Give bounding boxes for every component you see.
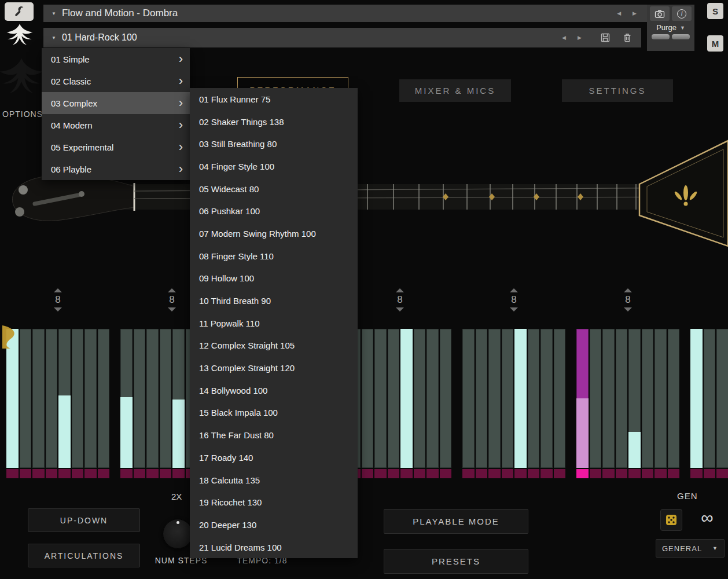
velocity-strip[interactable] bbox=[32, 469, 45, 478]
collapse-caret-icon[interactable]: ▼ bbox=[52, 11, 56, 16]
step-bar[interactable] bbox=[146, 329, 159, 478]
menu-preset-item[interactable]: 20 Deeper 130 bbox=[190, 514, 358, 536]
velocity-strip[interactable] bbox=[440, 469, 452, 478]
steps-up-button[interactable] bbox=[54, 288, 62, 292]
step-bar[interactable] bbox=[120, 329, 133, 478]
velocity-strip[interactable] bbox=[616, 469, 628, 478]
velocity-strip[interactable] bbox=[388, 469, 400, 478]
step-bar[interactable] bbox=[668, 329, 680, 478]
velocity-strip[interactable] bbox=[690, 469, 703, 478]
steps-down-button[interactable] bbox=[396, 307, 404, 312]
step-bar[interactable] bbox=[440, 329, 452, 478]
menu-preset-item[interactable]: 17 Roady 140 bbox=[190, 446, 358, 469]
wrench-tool-button[interactable] bbox=[5, 2, 34, 21]
menu-preset-item[interactable]: 06 Pushkar 100 bbox=[190, 200, 358, 222]
velocity-strip[interactable] bbox=[120, 469, 133, 478]
snapshot-camera-button[interactable] bbox=[650, 6, 670, 21]
steps-up-button[interactable] bbox=[396, 288, 404, 292]
velocity-strip[interactable] bbox=[476, 469, 488, 478]
velocity-strip[interactable] bbox=[72, 469, 84, 478]
step-bar[interactable] bbox=[704, 329, 716, 478]
presets-button[interactable]: PRESETS bbox=[384, 549, 528, 574]
tab-mixer-mics[interactable]: MIXER & MICS bbox=[399, 79, 511, 102]
velocity-strip[interactable] bbox=[462, 469, 475, 478]
step-bar[interactable] bbox=[400, 329, 413, 478]
velocity-strip[interactable] bbox=[554, 469, 566, 478]
menu-preset-item[interactable]: 12 Complex Straight 105 bbox=[190, 335, 358, 357]
menu-preset-item[interactable]: 08 Finger Style 110 bbox=[190, 245, 358, 267]
step-bar[interactable] bbox=[32, 329, 45, 478]
snapshot-bar[interactable]: ▼ 01 Hard-Rock 100 ◀ ▶ bbox=[43, 28, 641, 47]
velocity-strip[interactable] bbox=[502, 469, 514, 478]
velocity-strip[interactable] bbox=[374, 469, 387, 478]
velocity-strip[interactable] bbox=[172, 469, 185, 478]
prev-snapshot-button[interactable]: ◀ bbox=[558, 33, 569, 42]
steps-down-button[interactable] bbox=[624, 307, 632, 312]
velocity-strip[interactable] bbox=[98, 469, 110, 478]
menu-preset-item[interactable]: 02 Shaker Things 138 bbox=[190, 111, 358, 133]
step-bar[interactable] bbox=[172, 329, 185, 478]
up-down-button[interactable]: UP-DOWN bbox=[28, 508, 140, 532]
menu-preset-item[interactable]: 11 Popwalk 110 bbox=[190, 312, 358, 335]
solo-button[interactable]: S bbox=[707, 3, 723, 19]
step-bar[interactable] bbox=[602, 329, 615, 478]
menu-preset-item[interactable]: 18 Calcutta 135 bbox=[190, 469, 358, 492]
step-bar[interactable] bbox=[414, 329, 426, 478]
steps-down-button[interactable] bbox=[54, 307, 62, 312]
save-snapshot-button[interactable] bbox=[598, 31, 613, 45]
step-bar[interactable] bbox=[58, 329, 71, 478]
step-bar[interactable] bbox=[716, 329, 728, 478]
menu-preset-item[interactable]: 10 Third Breath 90 bbox=[190, 290, 358, 312]
velocity-strip[interactable] bbox=[541, 469, 553, 478]
velocity-strip[interactable] bbox=[602, 469, 615, 478]
velocity-strip[interactable] bbox=[414, 469, 426, 478]
mute-button[interactable]: M bbox=[707, 35, 723, 52]
step-bar[interactable] bbox=[98, 329, 110, 478]
step-bar[interactable] bbox=[84, 329, 97, 478]
step-bar[interactable] bbox=[362, 329, 374, 478]
velocity-strip[interactable] bbox=[590, 469, 602, 478]
velocity-strip[interactable] bbox=[642, 469, 654, 478]
step-bar[interactable] bbox=[134, 329, 146, 478]
velocity-strip[interactable] bbox=[514, 469, 527, 478]
step-bar[interactable] bbox=[388, 329, 400, 478]
infinity-loop-button[interactable]: ∞ bbox=[694, 505, 720, 530]
step-bar[interactable] bbox=[160, 329, 172, 478]
menu-preset-item[interactable]: 15 Black Impala 100 bbox=[190, 402, 358, 424]
step-bar[interactable] bbox=[502, 329, 514, 478]
velocity-strip[interactable] bbox=[528, 469, 540, 478]
step-bar[interactable] bbox=[590, 329, 602, 478]
menu-category-item[interactable]: 04 Modern› bbox=[42, 114, 190, 136]
step-bar[interactable] bbox=[541, 329, 553, 478]
menu-preset-item[interactable]: 03 Still Breathing 80 bbox=[190, 133, 358, 155]
menu-preset-item[interactable]: 21 Lucid Dreams 100 bbox=[190, 536, 358, 559]
menu-preset-item[interactable]: 13 Complex Straight 120 bbox=[190, 357, 358, 379]
menu-category-item[interactable]: 05 Experimental› bbox=[42, 136, 190, 158]
velocity-strip[interactable] bbox=[58, 469, 71, 478]
step-bar[interactable] bbox=[576, 329, 589, 478]
step-bar[interactable] bbox=[655, 329, 667, 478]
menu-category-item[interactable]: 02 Classic› bbox=[42, 70, 190, 92]
step-bar[interactable] bbox=[20, 329, 32, 478]
steps-up-button[interactable] bbox=[624, 288, 632, 292]
velocity-strip[interactable] bbox=[6, 469, 19, 478]
next-instrument-button[interactable]: ▶ bbox=[629, 9, 640, 18]
menu-preset-item[interactable]: 07 Modern Swing Rhythm 100 bbox=[190, 222, 358, 245]
menu-preset-item[interactable]: 16 The Far Dust 80 bbox=[190, 424, 358, 446]
velocity-strip[interactable] bbox=[46, 469, 58, 478]
step-bar[interactable] bbox=[628, 329, 641, 478]
velocity-strip[interactable] bbox=[84, 469, 97, 478]
velocity-strip[interactable] bbox=[426, 469, 439, 478]
playable-mode-button[interactable]: PLAYABLE MODE bbox=[384, 509, 528, 534]
prev-instrument-button[interactable]: ◀ bbox=[613, 9, 624, 18]
menu-preset-item[interactable]: 04 Finger Style 100 bbox=[190, 155, 358, 178]
num-steps-knob[interactable] bbox=[163, 519, 193, 549]
velocity-strip[interactable] bbox=[704, 469, 716, 478]
delete-snapshot-button[interactable] bbox=[620, 31, 635, 45]
step-bar[interactable] bbox=[514, 329, 527, 478]
steps-down-button[interactable] bbox=[168, 307, 176, 312]
menu-preset-item[interactable]: 14 Bollywood 100 bbox=[190, 379, 358, 402]
step-bar[interactable] bbox=[426, 329, 439, 478]
next-snapshot-button[interactable]: ▶ bbox=[574, 33, 585, 42]
velocity-strip[interactable] bbox=[400, 469, 413, 478]
